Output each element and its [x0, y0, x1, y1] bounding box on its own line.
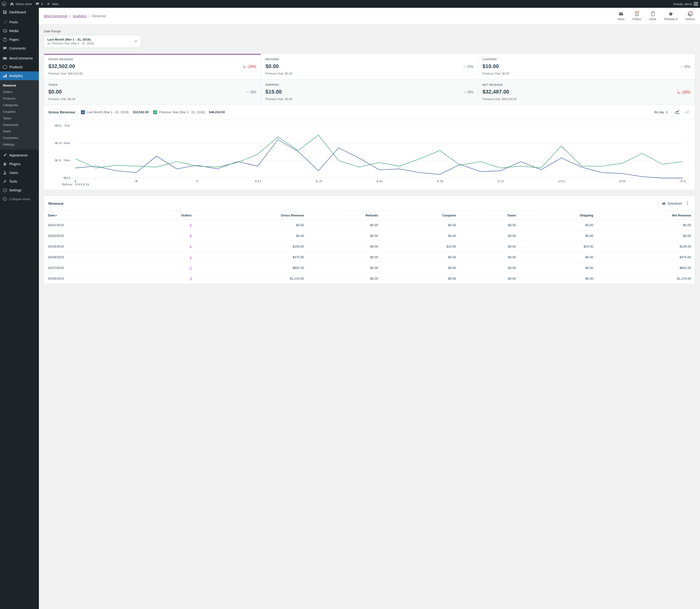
- table-header-refunds[interactable]: Refunds: [308, 211, 382, 220]
- sidebar-item-settings[interactable]: Settings: [0, 186, 39, 195]
- stat-value: $0.00: [266, 63, 279, 69]
- comments-link[interactable]: 0: [35, 2, 43, 6]
- stat-prev: Previous Year: $46,018.00: [48, 72, 256, 75]
- sidebar-item-pages[interactable]: Pages: [0, 35, 39, 44]
- collapse-menu[interactable]: Collapse menu: [0, 195, 39, 203]
- line-chart-button[interactable]: [674, 108, 681, 116]
- cell-net: $475.00: [597, 252, 695, 263]
- top-action-orders[interactable]: Orders: [632, 11, 642, 21]
- download-button[interactable]: Download: [661, 201, 682, 206]
- stat-prev: Previous Year: $0.00: [266, 98, 474, 101]
- sidebar-item-label: Plugins: [9, 162, 20, 166]
- cell-orders: 0: [130, 220, 195, 230]
- legend-prev[interactable]: Previous Year (Mar 1 - 31, 2018) $46,018…: [153, 110, 225, 114]
- submenu-item-settings[interactable]: Settings: [0, 141, 39, 148]
- table-header-net-revenue[interactable]: Net Revenue: [597, 211, 695, 220]
- breadcrumb-current: Revenue: [92, 14, 106, 18]
- svg-text:19: 19: [436, 180, 444, 183]
- stat-card-gross-revenue[interactable]: GROSS REVENUE $32,502.00↘ -29% Previous …: [44, 54, 261, 79]
- svg-point-38: [687, 202, 688, 202]
- stat-card-coupons[interactable]: COUPONS $10.00→ 0% Previous Year: $0.00: [478, 54, 695, 79]
- table-header-taxes[interactable]: Taxes: [460, 211, 520, 220]
- stat-value: $10.00: [482, 63, 499, 69]
- stat-delta: → 0%: [462, 90, 474, 95]
- svg-point-1: [4, 30, 5, 31]
- table-header-date[interactable]: Date▾: [44, 211, 130, 220]
- sidebar-item-products[interactable]: Products: [0, 63, 39, 71]
- pages-icon: [2, 37, 7, 42]
- bar-chart-button[interactable]: [684, 108, 690, 116]
- orders-link[interactable]: 0: [190, 223, 191, 227]
- sidebar-item-analytics[interactable]: Analytics: [0, 71, 39, 80]
- orders-link[interactable]: 1: [190, 245, 191, 248]
- table-row: 03/28/2019 1 $475.00 $0.00 $0.00 $0.00 $…: [44, 252, 695, 263]
- cell-gross: $602.00: [195, 263, 308, 273]
- breadcrumb-analytics[interactable]: Analytics: [73, 14, 87, 18]
- sidebar-item-tools[interactable]: Tools: [0, 177, 39, 186]
- new-link[interactable]: New: [46, 2, 58, 6]
- orders-link[interactable]: 0: [190, 234, 191, 238]
- cell-coupons: $0.00: [382, 263, 460, 273]
- cell-refunds: $0.00: [308, 252, 382, 263]
- admin-bar: Demo store 0 New Howdy, demo: [0, 0, 700, 8]
- table-header-coupons[interactable]: Coupons: [382, 211, 460, 220]
- svg-rect-2: [3, 57, 7, 59]
- cell-shipping: $0.00: [520, 263, 597, 273]
- top-action-notices[interactable]: Notices: [685, 11, 695, 21]
- submenu-item-products[interactable]: Products: [0, 95, 39, 102]
- orders-link[interactable]: 2: [190, 266, 191, 269]
- table-row: 03/26/2019 3 $1,214.00 $0.00 $0.00 $0.00…: [44, 273, 695, 284]
- sidebar-item-woocommerce[interactable]: WooCommerce: [0, 54, 39, 63]
- cell-refunds: $0.00: [308, 220, 382, 230]
- table-header-gross-revenue[interactable]: Gross Revenue: [195, 211, 308, 220]
- submenu-item-downloads[interactable]: Downloads: [0, 121, 39, 128]
- sidebar-item-appearance[interactable]: Appearance: [0, 151, 39, 160]
- breadcrumb-woocommerce[interactable]: WooCommerce: [44, 14, 67, 18]
- site-name-link[interactable]: Demo store: [10, 2, 32, 6]
- legend-current-value: $32,502.00: [133, 110, 149, 114]
- stat-card-net-revenue[interactable]: NET REVENUE $32,487.00↘ -29% Previous Ye…: [478, 80, 695, 105]
- site-name-text: Demo store: [16, 2, 32, 6]
- submenu-item-revenue[interactable]: Revenue: [0, 82, 39, 89]
- sidebar-item-plugins[interactable]: Plugins: [0, 160, 39, 168]
- stat-value: $15.00: [266, 89, 282, 95]
- top-action-reviews-0[interactable]: Reviews 0: [664, 11, 678, 21]
- interval-selector[interactable]: By day: [654, 110, 671, 114]
- media-icon: [2, 29, 7, 33]
- orders-link[interactable]: 1: [190, 255, 191, 259]
- cell-taxes: $0.00: [460, 230, 520, 241]
- sidebar-item-media[interactable]: Media: [0, 27, 39, 35]
- submenu-item-customers[interactable]: Customers: [0, 135, 39, 141]
- orders-link[interactable]: 3: [190, 277, 191, 280]
- stat-card-shipping[interactable]: SHIPPING $15.00→ 0% Previous Year: $0.00: [261, 80, 478, 105]
- top-action-inbox[interactable]: Inbox: [618, 11, 625, 21]
- sidebar-item-comments[interactable]: Comments: [0, 44, 39, 53]
- submenu-item-orders[interactable]: Orders: [0, 89, 39, 95]
- submenu-item-coupons[interactable]: Coupons: [0, 108, 39, 115]
- sidebar-item-posts[interactable]: Posts: [0, 18, 39, 27]
- sidebar-item-users[interactable]: Users: [0, 168, 39, 177]
- submenu-item-categories[interactable]: Categories: [0, 102, 39, 108]
- avatar: [694, 2, 698, 6]
- checkbox-prev: [153, 110, 157, 114]
- howdy-link[interactable]: Howdy, demo: [673, 2, 698, 6]
- kebab-icon: [685, 201, 689, 205]
- wp-logo[interactable]: [2, 2, 6, 6]
- table-header-orders[interactable]: Orders: [130, 211, 195, 220]
- table-header-shipping[interactable]: Shipping: [520, 211, 597, 220]
- more-options-button[interactable]: [684, 200, 690, 207]
- submenu-item-taxes[interactable]: Taxes: [0, 115, 39, 121]
- stat-card-refunds[interactable]: REFUNDS $0.00→ 0% Previous Year: $0.00: [261, 54, 478, 79]
- top-action-stock[interactable]: Stock: [649, 11, 656, 21]
- cell-refunds: $0.00: [308, 263, 382, 273]
- sidebar-item-dashboard[interactable]: Dashboard: [0, 8, 39, 17]
- legend-current[interactable]: Last Month (Mar 1 - 31, 2019) $32,502.00: [81, 110, 149, 114]
- sidebar-item-label: Media: [9, 29, 18, 33]
- svg-rect-3: [3, 76, 4, 77]
- date-range-picker[interactable]: Last Month (Mar 1 - 31, 2019) vs. Previo…: [44, 35, 141, 48]
- svg-rect-16: [687, 111, 688, 114]
- analytics-submenu: RevenueOrdersProductsCategoriesCouponsTa…: [0, 80, 39, 150]
- stat-card-taxes[interactable]: TAXES $0.00→ 0% Previous Year: $0.00: [44, 80, 261, 105]
- submenu-item-stock[interactable]: Stock: [0, 128, 39, 135]
- svg-rect-15: [685, 112, 686, 114]
